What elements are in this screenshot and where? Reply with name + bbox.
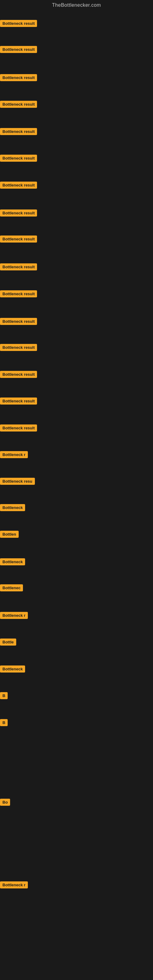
bottleneck-badge[interactable]: B <box>0 692 8 699</box>
bottleneck-badge[interactable]: Bottleneck r <box>0 451 28 458</box>
bottleneck-badge[interactable]: Bottlen <box>0 531 19 538</box>
bottleneck-result-item[interactable]: Bottleneck result <box>0 181 37 189</box>
bottleneck-result-item[interactable]: Bottlenec <box>0 584 23 591</box>
bottleneck-badge[interactable]: Bottleneck result <box>0 128 37 135</box>
bottleneck-result-item[interactable]: B <box>0 692 8 699</box>
bottleneck-result-item[interactable]: Bottleneck <box>0 504 25 511</box>
bottleneck-badge[interactable]: Bottleneck result <box>0 235 37 243</box>
bottleneck-result-item[interactable]: Bottlen <box>0 531 19 538</box>
bottleneck-badge[interactable]: Bottleneck result <box>0 371 37 378</box>
bottleneck-badge[interactable]: Bottleneck r <box>0 612 28 619</box>
bottleneck-badge[interactable]: Bottleneck result <box>0 46 37 53</box>
bottleneck-result-item[interactable]: Bo <box>0 799 10 806</box>
bottleneck-result-item[interactable]: Bottleneck result <box>0 371 37 378</box>
bottleneck-result-item[interactable]: Bottleneck result <box>0 318 37 325</box>
bottleneck-result-item[interactable]: Bottleneck result <box>0 74 37 81</box>
bottleneck-result-item[interactable]: Bottleneck result <box>0 263 37 270</box>
bottleneck-badge[interactable]: Bottleneck <box>0 504 25 511</box>
bottleneck-badge[interactable]: Bottleneck resu <box>0 478 35 485</box>
bottleneck-result-item[interactable]: Bottleneck result <box>0 235 37 243</box>
bottleneck-result-item[interactable]: Bottleneck result <box>0 20 37 27</box>
bottleneck-result-item[interactable]: Bottleneck resu <box>0 478 35 485</box>
bottleneck-result-item[interactable]: Bottleneck result <box>0 101 37 108</box>
bottleneck-badge[interactable]: Bottleneck result <box>0 290 37 298</box>
bottleneck-result-item[interactable]: Bottleneck <box>0 558 25 565</box>
bottleneck-badge[interactable]: Bottleneck result <box>0 155 37 162</box>
bottleneck-result-item[interactable]: Bottle <box>0 638 16 646</box>
bottleneck-badge[interactable]: Bottleneck <box>0 558 25 565</box>
bottleneck-badge[interactable]: Bottleneck result <box>0 398 37 404</box>
bottleneck-badge[interactable]: Bottleneck result <box>0 263 37 270</box>
bottleneck-badge[interactable]: Bottle <box>0 638 16 646</box>
bottleneck-badge[interactable]: Bottleneck result <box>0 181 37 189</box>
bottleneck-result-item[interactable]: Bottleneck result <box>0 425 37 431</box>
bottleneck-badge[interactable]: B <box>0 719 8 726</box>
bottleneck-badge[interactable]: Bottleneck result <box>0 425 37 431</box>
bottleneck-result-item[interactable]: Bottleneck result <box>0 344 37 351</box>
bottleneck-badge[interactable]: Bottleneck r <box>0 881 28 888</box>
bottleneck-badge[interactable]: Bottleneck result <box>0 101 37 108</box>
bottleneck-result-item[interactable]: Bottleneck result <box>0 155 37 162</box>
bottleneck-badge[interactable]: Bottleneck result <box>0 318 37 325</box>
bottleneck-result-item[interactable]: B <box>0 719 8 726</box>
bottleneck-result-item[interactable]: Bottleneck result <box>0 210 37 216</box>
bottleneck-badge[interactable]: Bo <box>0 799 10 806</box>
bottleneck-result-item[interactable]: Bottleneck result <box>0 128 37 135</box>
bottleneck-result-item[interactable]: Bottleneck result <box>0 290 37 298</box>
bottleneck-result-item[interactable]: Bottleneck result <box>0 46 37 53</box>
bottleneck-result-item[interactable]: Bottleneck r <box>0 451 28 458</box>
bottleneck-badge[interactable]: Bottleneck result <box>0 74 37 81</box>
bottleneck-badge[interactable]: Bottleneck <box>0 665 25 673</box>
bottleneck-result-item[interactable]: Bottleneck r <box>0 612 28 619</box>
bottleneck-badge[interactable]: Bottleneck result <box>0 20 37 27</box>
bottleneck-badge[interactable]: Bottleneck result <box>0 210 37 216</box>
bottleneck-badge[interactable]: Bottlenec <box>0 584 23 591</box>
bottleneck-result-item[interactable]: Bottleneck result <box>0 398 37 404</box>
bottleneck-result-item[interactable]: Bottleneck <box>0 665 25 673</box>
bottleneck-badge[interactable]: Bottleneck result <box>0 344 37 351</box>
site-title: TheBottlenecker.com <box>0 0 153 12</box>
bottleneck-result-item[interactable]: Bottleneck r <box>0 881 28 888</box>
